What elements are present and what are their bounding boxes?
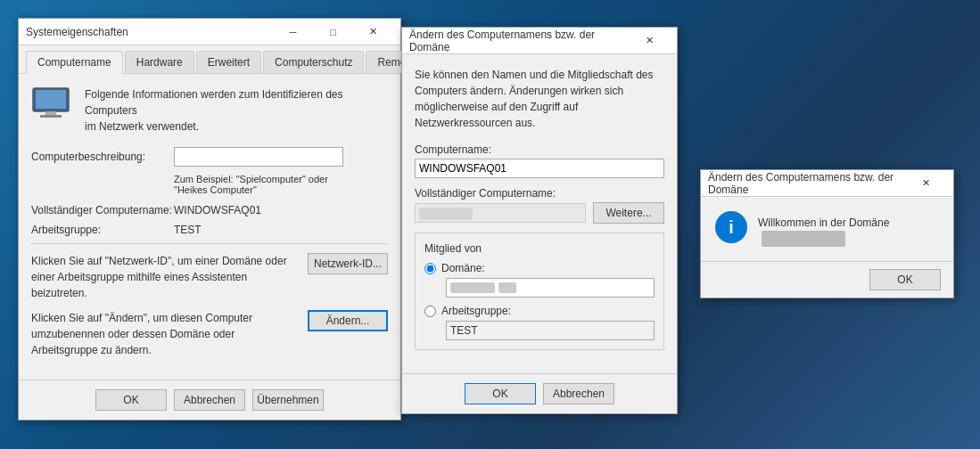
blurred-domain: ████: [762, 231, 845, 247]
info-text: Folgende Informationen werden zum Identi…: [85, 86, 388, 135]
tab-erweitert[interactable]: Erweitert: [196, 51, 261, 73]
tab-hardware[interactable]: Hardware: [125, 51, 194, 73]
arbeitsgruppe-label: Arbeitsgruppe:: [31, 224, 174, 236]
systemeigenschaften-titlebar: Systemeigenschaften ─ □ ✕: [19, 19, 400, 45]
computername-dialog-titlebar: Ändern des Computernamens bzw. der Domän…: [402, 28, 677, 54]
tab-computername[interactable]: Computername: [26, 51, 123, 74]
arbeitsgruppe-radio-row: Arbeitsgruppe:: [424, 305, 655, 317]
ok-button[interactable]: OK: [95, 389, 167, 411]
maximize-button[interactable]: □: [313, 19, 353, 45]
aendern-section: Klicken Sie auf "Ändern", um diesen Comp…: [31, 310, 388, 358]
svg-rect-1: [36, 90, 66, 109]
arbeitsgruppe-row: Arbeitsgruppe: TEST: [31, 224, 388, 236]
abbrechen-button[interactable]: Abbrechen: [174, 389, 245, 411]
vollstaendiger-value: WINDOWSFAQ01: [174, 204, 261, 216]
mitglied-title: Mitglied von: [424, 242, 655, 255]
divider-section: Klicken Sie auf "Netzwerk-ID", um einer …: [31, 243, 388, 358]
system-properties-window: Systemeigenschaften ─ □ ✕ Computername H…: [18, 18, 401, 420]
aendern-button[interactable]: Ändern...: [308, 310, 388, 331]
info-section: Folgende Informationen werden zum Identi…: [31, 86, 388, 135]
welcome-message: Willkommen in der Domäne ████: [758, 211, 939, 247]
arbeitsgruppe-radio-label[interactable]: Arbeitsgruppe:: [441, 305, 522, 317]
mitglied-section: Mitglied von Domäne: Arbeitsgruppe:: [415, 233, 664, 350]
welcome-dialog-footer: OK: [701, 261, 953, 298]
window-controls: ─ □ ✕: [273, 19, 393, 45]
computername-dialog-content: Sie können den Namen und die Mitgliedsch…: [402, 54, 677, 373]
vollstaendiger-field-label: Vollständiger Computername:: [415, 187, 664, 200]
weitere-button[interactable]: Weitere...: [593, 202, 664, 224]
arbeitsgruppe-value: TEST: [174, 224, 202, 236]
domaene-radio-row: Domäne:: [424, 262, 655, 274]
minimize-button[interactable]: ─: [273, 19, 313, 45]
welcome-ok-button[interactable]: OK: [869, 269, 941, 290]
computerbeschreibung-input[interactable]: [174, 147, 343, 167]
computername-field-label: Computername:: [415, 143, 664, 156]
domaene-radio-label[interactable]: Domäne:: [441, 262, 522, 274]
computerbeschreibung-hint: Zum Beispiel: "Spielcomputer" oder"Heike…: [174, 174, 388, 195]
computername-field-group: Computername:: [415, 143, 664, 178]
welcome-dialog-content: i Willkommen in der Domäne ████: [701, 197, 953, 261]
computername-dialog-title: Ändern des Computernamens bzw. der Domän…: [409, 29, 630, 53]
netzwerkid-section: Klicken Sie auf "Netzwerk-ID", um einer …: [31, 253, 388, 301]
uebernehmen-button[interactable]: Übernehmen: [252, 389, 324, 411]
vollstaendiger-label: Vollständiger Computername:: [31, 204, 174, 216]
systemeigenschaften-title: Systemeigenschaften: [26, 26, 128, 38]
arbeitsgruppe-field-input[interactable]: [446, 321, 655, 340]
welcome-dialog-title: Ändern des Computernamens bzw. der Domän…: [708, 171, 906, 196]
dialog1-abbrechen-button[interactable]: Abbrechen: [543, 383, 614, 404]
dialog1-footer: OK Abbrechen: [402, 373, 677, 413]
tab-bar: Computername Hardware Erweitert Computer…: [19, 45, 400, 74]
computername-dialog: Ändern des Computernamens bzw. der Domän…: [401, 27, 678, 414]
aendern-text: Klicken Sie auf "Ändern", um diesen Comp…: [31, 310, 308, 358]
welcome-dialog-titlebar: Ändern des Computernamens bzw. der Domän…: [701, 170, 953, 197]
vollstaendiger-field-group: Vollständiger Computername: Weitere...: [415, 187, 664, 224]
dialog2-close-button[interactable]: ✕: [906, 170, 946, 197]
dialog1-ok-button[interactable]: OK: [465, 383, 536, 404]
dialog1-close-button[interactable]: ✕: [630, 28, 670, 54]
systemeigenschaften-footer: OK Abbrechen Übernehmen: [19, 380, 400, 420]
tab-computerschutz[interactable]: Computerschutz: [263, 51, 364, 73]
dialog1-desc: Sie können den Namen und die Mitgliedsch…: [415, 67, 664, 131]
computername-field-input[interactable]: [415, 159, 664, 178]
domaene-radio[interactable]: [424, 263, 436, 274]
info-icon: i: [715, 211, 747, 243]
welcome-text: Willkommen in der Domäne: [758, 216, 889, 229]
main-content: Folgende Informationen werden zum Identi…: [19, 74, 400, 380]
netzwerkid-text: Klicken Sie auf "Netzwerk-ID", um einer …: [31, 253, 308, 301]
netzwerkid-button[interactable]: Netzwerk-ID...: [308, 253, 388, 274]
svg-rect-2: [45, 111, 56, 115]
dialog2-controls: ✕: [906, 170, 946, 197]
computerbeschreibung-label: Computerbeschreibung:: [31, 151, 174, 163]
close-button[interactable]: ✕: [353, 19, 393, 45]
computer-icon: [31, 86, 74, 120]
svg-rect-3: [40, 115, 62, 118]
vollstaendiger-row: Vollständiger Computername: WINDOWSFAQ01: [31, 204, 388, 216]
welcome-dialog: Ändern des Computernamens bzw. der Domän…: [700, 169, 954, 298]
dialog1-controls: ✕: [630, 28, 670, 54]
computerbeschreibung-row: Computerbeschreibung:: [31, 147, 388, 167]
arbeitsgruppe-radio[interactable]: [424, 306, 436, 317]
